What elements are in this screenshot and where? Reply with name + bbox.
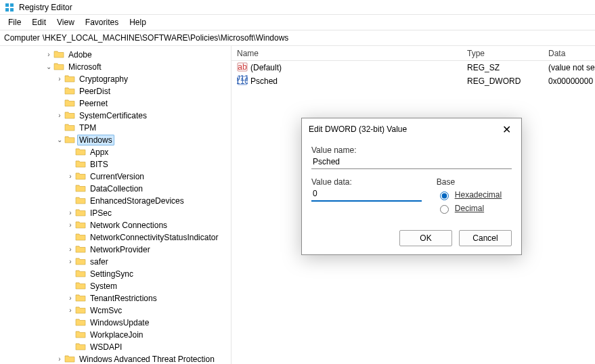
list-row[interactable]: ab(Default)REG_SZ(value not set) — [232, 61, 595, 74]
tree-item-label[interactable]: NetworkConnectivityStatusIndicator — [88, 232, 220, 243]
tree-item-label[interactable]: Peernet — [77, 98, 110, 109]
folder-icon — [53, 49, 66, 61]
tree-item[interactable]: ›TenantRestrictions — [1, 292, 231, 304]
folder-icon — [64, 74, 77, 85]
tree-pane[interactable]: ›Adobe⌄Microsoft›Cryptography›PeerDist›P… — [0, 46, 232, 364]
hex-label: Hexadecimal — [455, 190, 502, 200]
folder-icon — [74, 342, 88, 353]
folder-icon — [64, 135, 77, 146]
tree-item[interactable]: ›Network Connections — [1, 219, 231, 231]
tree-item-label[interactable]: PeerDist — [77, 86, 112, 97]
chevron-right-icon[interactable]: › — [56, 356, 64, 363]
tree-item[interactable]: ›safer — [1, 256, 231, 268]
list-row[interactable]: 011110PschedREG_DWORD0x00000000 (0) — [232, 74, 595, 88]
base-dec-radio[interactable]: Decimal — [437, 203, 512, 214]
tree-item[interactable]: ›Appx — [1, 146, 231, 158]
tree-item-label[interactable]: WorkplaceJoin — [88, 329, 145, 340]
string-value-icon: ab — [237, 62, 248, 74]
tree-item[interactable]: ⌄Microsoft — [1, 61, 231, 73]
chevron-right-icon[interactable]: › — [45, 51, 53, 58]
tree-item[interactable]: ›Peernet — [1, 97, 231, 110]
menu-view[interactable]: View — [51, 16, 80, 28]
chevron-down-icon[interactable]: ⌄ — [45, 64, 53, 70]
tree-item-label[interactable]: WSDAPI — [88, 342, 124, 352]
radio-hex[interactable] — [440, 191, 449, 200]
tree-item-label[interactable]: Microsoft — [66, 62, 104, 72]
menu-edit[interactable]: Edit — [26, 16, 51, 28]
value-data: 0x00000000 (0) — [543, 76, 595, 86]
tree-item-label[interactable]: Cryptography — [77, 74, 130, 85]
tree-item[interactable]: ›BITS — [1, 158, 231, 170]
value-name-input[interactable] — [311, 155, 512, 169]
chevron-blank: › — [66, 234, 74, 241]
tree-item[interactable]: ›SettingSync — [1, 268, 231, 280]
tree-item[interactable]: ›IPSec — [1, 207, 231, 219]
tree-item-label[interactable]: SettingSync — [88, 269, 135, 279]
value-data-input[interactable] — [311, 187, 422, 202]
menu-favorites[interactable]: Favorites — [80, 16, 124, 28]
chevron-right-icon[interactable]: › — [66, 222, 74, 229]
chevron-right-icon[interactable]: › — [66, 307, 74, 314]
tree-item-label[interactable]: safer — [88, 256, 110, 267]
chevron-right-icon[interactable]: › — [56, 76, 64, 83]
tree-item[interactable]: ›SystemCertificates — [1, 110, 231, 122]
tree-item-label[interactable]: EnhancedStorageDevices — [88, 196, 186, 206]
chevron-right-icon[interactable]: › — [56, 112, 64, 119]
radio-dec[interactable] — [440, 205, 449, 214]
tree-item[interactable]: ›WindowsUpdate — [1, 317, 231, 329]
tree-item[interactable]: ⌄Windows — [1, 134, 231, 146]
tree-item-label[interactable]: Network Connections — [88, 220, 169, 231]
tree-item-label[interactable]: NetworkProvider — [88, 244, 152, 255]
folder-icon — [74, 244, 88, 256]
ok-button[interactable]: OK — [399, 230, 452, 246]
folder-icon — [74, 171, 88, 183]
menu-file[interactable]: File — [3, 16, 26, 28]
tree-item-label[interactable]: BITS — [88, 159, 110, 170]
close-icon[interactable]: ✕ — [498, 123, 514, 136]
tree-item[interactable]: ›DataCollection — [1, 183, 231, 195]
tree-item[interactable]: ›NetworkConnectivityStatusIndicator — [1, 231, 231, 244]
tree-item-label[interactable]: Windows Advanced Threat Protection — [77, 354, 217, 364]
folder-icon — [74, 196, 88, 207]
tree-item-label[interactable]: TPM — [77, 122, 98, 133]
chevron-right-icon[interactable]: › — [66, 246, 74, 253]
col-data[interactable]: Data — [543, 49, 595, 58]
col-name[interactable]: Name — [232, 49, 462, 58]
chevron-down-icon[interactable]: ⌄ — [56, 137, 64, 143]
list-pane: Name Type Data ab(Default)REG_SZ(value n… — [232, 46, 595, 364]
tree-item-label[interactable]: TenantRestrictions — [88, 293, 159, 304]
menu-help[interactable]: Help — [124, 16, 152, 28]
tree-item-label[interactable]: DataCollection — [88, 183, 145, 194]
tree-item[interactable]: ›WSDAPI — [1, 341, 231, 353]
tree-item[interactable]: ›Adobe — [1, 49, 231, 61]
tree-item-label[interactable]: CurrentVersion — [88, 171, 146, 182]
tree-item-label[interactable]: Appx — [88, 147, 110, 158]
tree-item-label[interactable]: Adobe — [66, 49, 94, 60]
chevron-right-icon[interactable]: › — [66, 173, 74, 180]
chevron-right-icon[interactable]: › — [66, 210, 74, 217]
tree-item[interactable]: ›WcmSvc — [1, 304, 231, 317]
tree-item[interactable]: ›WorkplaceJoin — [1, 329, 231, 341]
tree-item-label[interactable]: SystemCertificates — [77, 110, 149, 121]
tree-item-label[interactable]: WindowsUpdate — [88, 317, 151, 328]
tree-item[interactable]: ›Windows Advanced Threat Protection — [1, 353, 231, 364]
tree-item-label[interactable]: Windows — [77, 135, 114, 145]
base-hex-radio[interactable]: Hexadecimal — [437, 189, 512, 200]
edit-dword-dialog: Edit DWORD (32-bit) Value ✕ Value name: … — [301, 118, 522, 255]
value-data-label: Value data: — [311, 177, 422, 187]
chevron-right-icon[interactable]: › — [66, 258, 74, 265]
tree-item-label[interactable]: IPSec — [88, 208, 114, 219]
address-input[interactable] — [41, 32, 591, 44]
tree-item-label[interactable]: WcmSvc — [88, 305, 124, 316]
tree-item[interactable]: ›System — [1, 280, 231, 292]
tree-item[interactable]: ›Cryptography — [1, 73, 231, 85]
cancel-button[interactable]: Cancel — [459, 230, 512, 246]
chevron-right-icon[interactable]: › — [66, 295, 74, 302]
tree-item[interactable]: ›CurrentVersion — [1, 170, 231, 183]
tree-item-label[interactable]: System — [88, 281, 119, 292]
tree-item[interactable]: ›PeerDist — [1, 85, 231, 97]
col-type[interactable]: Type — [462, 49, 543, 58]
tree-item[interactable]: ›EnhancedStorageDevices — [1, 195, 231, 207]
tree-item[interactable]: ›NetworkProvider — [1, 244, 231, 256]
tree-item[interactable]: ›TPM — [1, 122, 231, 134]
